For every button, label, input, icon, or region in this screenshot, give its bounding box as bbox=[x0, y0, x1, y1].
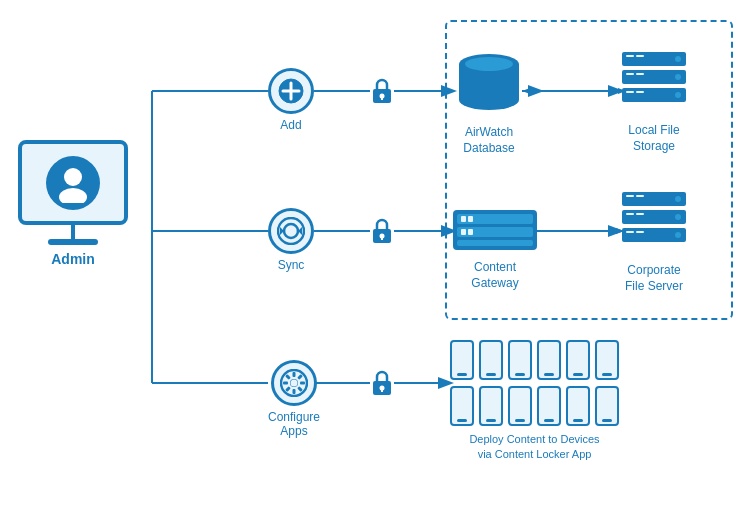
mobile-device bbox=[508, 340, 532, 380]
svg-rect-80 bbox=[636, 213, 644, 215]
lock-1 bbox=[370, 77, 394, 105]
sync-action: Sync bbox=[268, 208, 314, 272]
configure-action: Configure Apps bbox=[268, 360, 320, 438]
db-label: AirWatch Database bbox=[463, 125, 514, 156]
svg-point-82 bbox=[675, 232, 681, 238]
svg-point-62 bbox=[675, 92, 681, 98]
svg-point-21 bbox=[64, 168, 82, 186]
corporate-server-label: Corporate File Server bbox=[625, 263, 683, 294]
svg-rect-60 bbox=[636, 73, 644, 75]
svg-rect-63 bbox=[626, 91, 634, 93]
mobile-device bbox=[566, 386, 590, 426]
mobile-device bbox=[479, 386, 503, 426]
storage-stack bbox=[620, 50, 688, 118]
mobile-device bbox=[595, 386, 619, 426]
mobile-device bbox=[450, 340, 474, 380]
mobile-device bbox=[479, 340, 503, 380]
add-action: Add bbox=[268, 68, 314, 132]
svg-rect-102 bbox=[515, 419, 525, 422]
svg-rect-71 bbox=[461, 229, 466, 235]
svg-rect-70 bbox=[468, 216, 473, 222]
svg-rect-98 bbox=[457, 419, 467, 422]
svg-point-52 bbox=[465, 57, 513, 71]
mobile-device bbox=[537, 386, 561, 426]
mobile-devices-section: Deploy Content to Devices via Content Lo… bbox=[450, 340, 619, 463]
mobile-device bbox=[595, 340, 619, 380]
add-icon-circle bbox=[268, 68, 314, 114]
add-label: Add bbox=[280, 118, 301, 132]
lock-3 bbox=[370, 369, 394, 397]
monitor bbox=[18, 140, 128, 225]
svg-rect-90 bbox=[515, 373, 525, 376]
svg-rect-45 bbox=[381, 236, 383, 240]
admin-section: Admin bbox=[18, 140, 128, 267]
svg-rect-94 bbox=[573, 373, 583, 376]
svg-rect-96 bbox=[602, 373, 612, 376]
svg-rect-68 bbox=[457, 240, 533, 246]
diagram: Admin Add Sync bbox=[0, 0, 746, 526]
monitor-stand bbox=[71, 225, 75, 239]
svg-rect-69 bbox=[461, 216, 466, 222]
svg-rect-42 bbox=[381, 96, 383, 100]
svg-rect-88 bbox=[486, 373, 496, 376]
lock-2 bbox=[370, 217, 394, 245]
sync-label: Sync bbox=[278, 258, 305, 272]
svg-rect-79 bbox=[626, 213, 634, 215]
svg-rect-64 bbox=[636, 91, 644, 93]
svg-point-78 bbox=[675, 214, 681, 220]
svg-rect-86 bbox=[457, 373, 467, 376]
svg-rect-108 bbox=[602, 419, 612, 422]
svg-point-58 bbox=[675, 74, 681, 80]
sync-icon-circle bbox=[268, 208, 314, 254]
svg-point-54 bbox=[675, 56, 681, 62]
svg-point-39 bbox=[291, 380, 298, 387]
svg-rect-35 bbox=[293, 389, 296, 394]
gateway-label: Content Gateway bbox=[471, 260, 518, 291]
monitor-base bbox=[48, 239, 98, 245]
svg-rect-104 bbox=[544, 419, 554, 422]
mobile-device bbox=[566, 340, 590, 380]
svg-point-22 bbox=[59, 188, 87, 203]
mobile-device bbox=[537, 340, 561, 380]
svg-rect-83 bbox=[626, 231, 634, 233]
svg-rect-37 bbox=[283, 382, 288, 385]
svg-rect-72 bbox=[468, 229, 473, 235]
mobile-device bbox=[508, 386, 532, 426]
svg-point-51 bbox=[459, 90, 519, 110]
local-file-storage: Local File Storage bbox=[620, 50, 688, 154]
svg-rect-76 bbox=[636, 195, 644, 197]
person-icon bbox=[46, 156, 100, 210]
svg-rect-48 bbox=[381, 388, 383, 392]
svg-rect-59 bbox=[626, 73, 634, 75]
svg-rect-92 bbox=[544, 373, 554, 376]
airwatch-db: AirWatch Database bbox=[453, 48, 525, 156]
admin-label: Admin bbox=[51, 251, 95, 267]
corporate-file-server: Corporate File Server bbox=[620, 190, 688, 294]
svg-rect-56 bbox=[636, 55, 644, 57]
content-gateway: Content Gateway bbox=[453, 205, 537, 291]
svg-point-74 bbox=[675, 196, 681, 202]
svg-rect-31 bbox=[293, 372, 296, 377]
svg-rect-100 bbox=[486, 419, 496, 422]
deploy-label: Deploy Content to Devices via Content Lo… bbox=[450, 432, 619, 463]
configure-icon-circle bbox=[271, 360, 317, 406]
mobile-device bbox=[450, 386, 474, 426]
configure-label: Configure Apps bbox=[268, 410, 320, 438]
svg-rect-84 bbox=[636, 231, 644, 233]
svg-rect-33 bbox=[300, 382, 305, 385]
local-storage-label: Local File Storage bbox=[628, 123, 679, 154]
svg-rect-55 bbox=[626, 55, 634, 57]
svg-rect-75 bbox=[626, 195, 634, 197]
svg-rect-106 bbox=[573, 419, 583, 422]
